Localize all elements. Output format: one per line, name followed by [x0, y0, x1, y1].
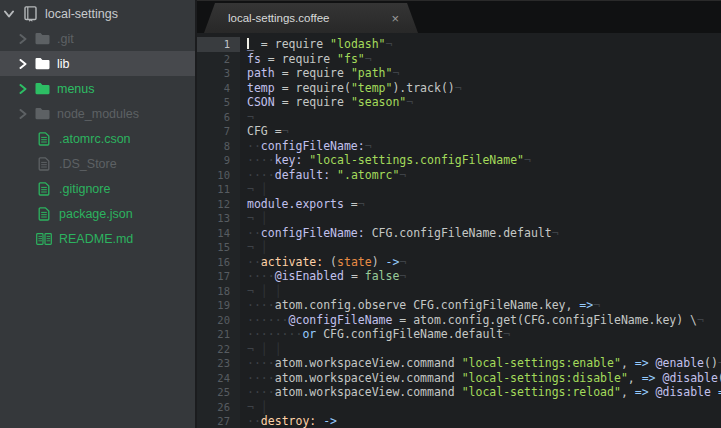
tree-item--atomrc-cson[interactable]: .atomrc.cson: [0, 126, 195, 151]
tab-local-settings-coffee[interactable]: local-settings.coffee ×: [204, 3, 418, 33]
line-number[interactable]: 7: [197, 124, 240, 139]
tree-item-lib[interactable]: lib: [0, 51, 195, 76]
code-line[interactable]: ····atom.workspaceView.command "local-se…: [240, 371, 721, 386]
code-line[interactable]: ¬ │: [240, 240, 721, 255]
token-f: destroy:: [261, 414, 316, 428]
token-p: atom.workspaceView.command: [275, 385, 462, 399]
token-w: ··: [247, 226, 261, 240]
line-number[interactable]: 6: [197, 110, 240, 125]
line-number[interactable]: 23: [197, 356, 240, 371]
line-number[interactable]: 2: [197, 52, 240, 67]
tree-item--ds-store[interactable]: .DS_Store: [0, 151, 195, 176]
chevron-down-icon[interactable]: [4, 9, 14, 19]
code-line-row: 7CFG =¬: [197, 124, 721, 139]
code-line[interactable]: ····atom.config.observe CFG.configFileNa…: [240, 298, 721, 313]
code-line[interactable]: temp = require("temp").track()¬: [240, 81, 721, 96]
tree-item-menus[interactable]: menus: [0, 76, 195, 101]
tree-item-node-modules[interactable]: node_modules: [0, 101, 195, 126]
code-line[interactable]: ········or CFG.configFileName.default¬: [240, 327, 721, 342]
chevron-right-icon[interactable]: [18, 34, 28, 44]
token-s: "fs": [337, 52, 365, 66]
code-line-row: 14··configFileName: CFG.configFileName.d…: [197, 226, 721, 241]
code-line-row: 4temp = require("temp").track()¬: [197, 81, 721, 96]
line-number[interactable]: 20: [197, 313, 240, 328]
code-line[interactable]: ··activate: (state) ->¬: [240, 255, 721, 270]
token-w: ··: [247, 414, 261, 428]
code-line[interactable]: ¬ │ │: [240, 342, 721, 357]
line-number[interactable]: 19: [197, 298, 240, 313]
code-line[interactable]: path = require "path"¬: [240, 66, 721, 81]
token-s: "local-settings:disable": [462, 371, 628, 385]
token-k: =>: [579, 298, 593, 312]
line-number[interactable]: 24: [197, 371, 240, 386]
code-line[interactable]: ····atom.workspaceView.command "local-se…: [240, 356, 721, 371]
token-w: ····: [247, 356, 275, 370]
line-number[interactable]: 12: [197, 197, 240, 212]
repo-icon: [22, 6, 38, 22]
code-line[interactable]: ¬ │: [240, 400, 721, 415]
line-number[interactable]: 18: [197, 284, 240, 299]
tree-item--git[interactable]: .git: [0, 26, 195, 51]
folder-icon: [34, 106, 50, 122]
line-number[interactable]: 26: [197, 400, 240, 415]
line-number[interactable]: 27: [197, 414, 240, 428]
tree-item--gitignore[interactable]: .gitignore: [0, 176, 195, 201]
code-line-row: 3path = require "path"¬: [197, 66, 721, 81]
tab-bar: local-settings.coffee ×: [197, 0, 721, 33]
token-p: = require: [261, 52, 337, 66]
tree-root-project[interactable]: local-settings: [0, 1, 195, 26]
code-line[interactable]: ··configFileName:¬: [240, 139, 721, 154]
line-number[interactable]: 3: [197, 66, 240, 81]
line-number[interactable]: 1: [197, 37, 240, 52]
token-p: = require: [254, 37, 330, 51]
code-line-row: 2fs = require "fs"¬: [197, 52, 721, 67]
code-line[interactable]: module.exports =¬: [240, 197, 721, 212]
code-line[interactable]: ····atom.workspaceView.command "local-se…: [240, 385, 721, 400]
chevron-right-icon[interactable]: [18, 59, 28, 69]
line-number[interactable]: 14: [197, 226, 240, 241]
code-line[interactable]: ¬ │: [240, 182, 721, 197]
code-line[interactable]: ··destroy: ->: [240, 414, 721, 428]
code-line[interactable]: ····@isEnabled = false¬: [240, 269, 721, 284]
line-number[interactable]: 8: [197, 139, 240, 154]
line-number[interactable]: 17: [197, 269, 240, 284]
tree-item-readme-md[interactable]: README.md: [0, 226, 195, 251]
code-line[interactable]: ····key: "local-settings.configFileName"…: [240, 153, 721, 168]
code-line[interactable]: CFG =¬: [240, 124, 721, 139]
line-number[interactable]: 16: [197, 255, 240, 270]
token-w: ¬: [524, 153, 531, 167]
line-number[interactable]: 5: [197, 95, 240, 110]
close-icon[interactable]: ×: [391, 12, 399, 25]
token-c: false: [365, 269, 400, 283]
token-p: CFG =: [247, 124, 282, 138]
code-line[interactable]: ··configFileName: CFG.configFileName.def…: [240, 226, 721, 241]
token-v: module.exports: [247, 197, 344, 211]
line-number[interactable]: 11: [197, 182, 240, 197]
code-line-row: 15¬ │: [197, 240, 721, 255]
line-number[interactable]: 10: [197, 168, 240, 183]
line-number[interactable]: 4: [197, 81, 240, 96]
line-number[interactable]: 9: [197, 153, 240, 168]
code-editor[interactable]: 1_ = require "lodash"¬2fs = require "fs"…: [197, 33, 721, 428]
tree-item-package-json[interactable]: package.json: [0, 201, 195, 226]
tree-view: local-settings .gitlibmenusnode_modules.…: [0, 0, 197, 428]
code-line[interactable]: ¬ │ │: [240, 284, 721, 299]
chevron-right-icon[interactable]: [18, 109, 28, 119]
code-line[interactable]: ······@configFileName = atom.config.get(…: [240, 313, 721, 328]
token-p: atom.workspaceView.command: [275, 356, 462, 370]
line-number[interactable]: 21: [197, 327, 240, 342]
chevron-right-icon[interactable]: [18, 84, 28, 94]
line-number[interactable]: 25: [197, 385, 240, 400]
code-line-row: 20······@configFileName = atom.config.ge…: [197, 313, 721, 328]
code-line[interactable]: fs = require "fs"¬: [240, 52, 721, 67]
token-w: ¬: [593, 298, 600, 312]
code-line[interactable]: _ = require "lodash"¬: [240, 37, 721, 52]
line-number[interactable]: 22: [197, 342, 240, 357]
code-line[interactable]: ····default: ".atomrc"¬: [240, 168, 721, 183]
code-line[interactable]: ¬ │: [240, 211, 721, 226]
code-line[interactable]: ¬: [240, 110, 721, 125]
token-w: ····: [247, 385, 275, 399]
line-number[interactable]: 15: [197, 240, 240, 255]
line-number[interactable]: 13: [197, 211, 240, 226]
code-line[interactable]: CSON = require "season"¬: [240, 95, 721, 110]
